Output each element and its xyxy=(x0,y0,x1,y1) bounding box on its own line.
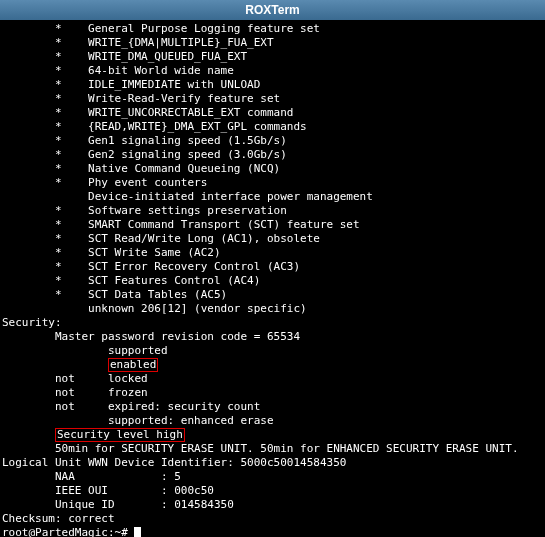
output-line-prefix xyxy=(2,358,108,371)
output-line: Master password revision code = 65534 xyxy=(2,330,300,343)
output-line: not expired: security count xyxy=(2,400,260,413)
output-line: * General Purpose Logging feature set xyxy=(2,22,320,35)
output-line: * SCT Read/Write Long (AC1), obsolete xyxy=(2,232,320,245)
output-line: * IDLE_IMMEDIATE with UNLOAD xyxy=(2,78,260,91)
output-line: * 64-bit World wide name xyxy=(2,64,234,77)
output-line: * WRITE_{DMA|MULTIPLE}_FUA_EXT xyxy=(2,36,274,49)
cursor-icon xyxy=(134,527,141,537)
output-line: supported xyxy=(2,344,168,357)
output-line: * SCT Features Control (AC4) xyxy=(2,274,260,287)
output-line: * WRITE_UNCORRECTABLE_EXT command xyxy=(2,106,293,119)
output-line: 50min for SECURITY ERASE UNIT. 50min for… xyxy=(2,442,519,455)
output-line: * Phy event counters xyxy=(2,176,207,189)
output-line: Logical Unit WWN Device Identifier: 5000… xyxy=(2,456,346,469)
highlight-security-level: Security level high xyxy=(55,428,185,442)
output-line: NAA : 5 xyxy=(2,470,181,483)
output-line: IEEE OUI : 000c50 xyxy=(2,484,214,497)
output-line: Device-initiated interface power managem… xyxy=(2,190,373,203)
output-line: * Software settings preservation xyxy=(2,204,287,217)
window-title: ROXTerm xyxy=(245,3,299,17)
terminal-area[interactable]: * General Purpose Logging feature set * … xyxy=(0,20,545,537)
output-line: Unique ID : 014584350 xyxy=(2,498,234,511)
output-line: * Gen1 signaling speed (1.5Gb/s) xyxy=(2,134,287,147)
output-line: * Native Command Queueing (NCQ) xyxy=(2,162,280,175)
output-line: * {READ,WRITE}_DMA_EXT_GPL commands xyxy=(2,120,307,133)
output-line: unknown 206[12] (vendor specific) xyxy=(2,302,307,315)
security-heading: Security: xyxy=(2,316,62,329)
output-line: * SCT Write Same (AC2) xyxy=(2,246,221,259)
highlight-enabled: enabled xyxy=(108,358,158,372)
output-line: supported: enhanced erase xyxy=(2,414,274,427)
output-line: * WRITE_DMA_QUEUED_FUA_EXT xyxy=(2,50,247,63)
shell-prompt: root@PartedMagic:~# xyxy=(2,526,134,537)
output-line: * Write-Read-Verify feature set xyxy=(2,92,280,105)
output-line: not frozen xyxy=(2,386,148,399)
output-line: * SCT Error Recovery Control (AC3) xyxy=(2,260,300,273)
output-line: * SMART Command Transport (SCT) feature … xyxy=(2,218,360,231)
output-line: Checksum: correct xyxy=(2,512,115,525)
output-line-prefix xyxy=(2,428,55,441)
window-titlebar[interactable]: ROXTerm xyxy=(0,0,545,20)
output-line: not locked xyxy=(2,372,148,385)
output-line: * SCT Data Tables (AC5) xyxy=(2,288,227,301)
output-line: * Gen2 signaling speed (3.0Gb/s) xyxy=(2,148,287,161)
